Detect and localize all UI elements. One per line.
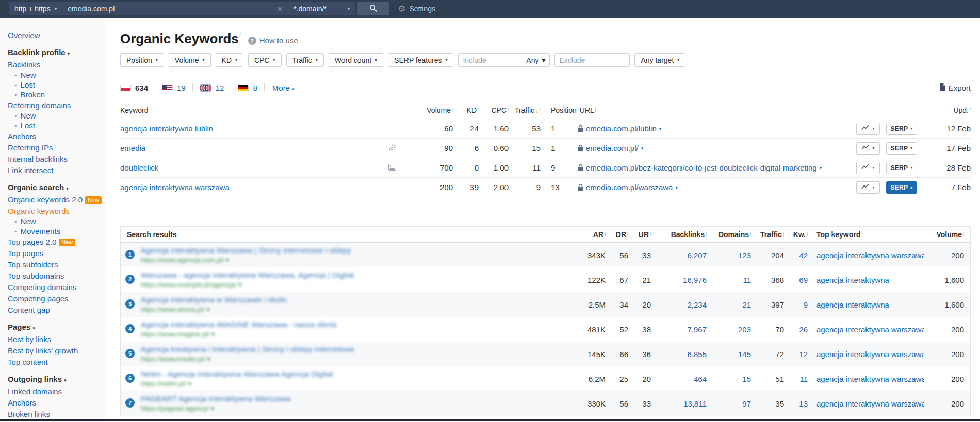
keyword-link[interactable]: doubleclick — [120, 163, 158, 172]
sidebar-item-referring-ips[interactable]: Referring IPs — [0, 142, 105, 154]
country-tab-de[interactable]: 8 — [238, 83, 257, 92]
top-keyword-link[interactable]: agencja interaktywna warszawa — [816, 325, 924, 334]
keywords-count-link[interactable]: 11 — [799, 375, 808, 383]
sidebar-item-anchors[interactable]: Anchors — [0, 397, 105, 409]
domains-link[interactable]: 21 — [742, 300, 751, 309]
col-dr[interactable]: DRi — [606, 230, 628, 239]
how-to-use-link[interactable]: How to use — [259, 36, 298, 45]
sidebar-item-linked-domains[interactable]: Linked domains — [0, 386, 105, 397]
keywords-count-link[interactable]: 69 — [799, 276, 808, 284]
col-cpc[interactable]: CPCi — [479, 106, 509, 114]
col-serp-traffic[interactable]: Traffici — [751, 230, 784, 239]
filter-button-kd[interactable]: KD▾ — [216, 53, 243, 67]
col-ar[interactable]: ARi — [576, 227, 606, 242]
sidebar-subitem-broken[interactable]: •Broken — [0, 90, 105, 100]
more-dropdown[interactable]: More▾ — [272, 83, 295, 92]
top-keyword-link[interactable]: agencja interaktywna warszawa — [816, 350, 924, 359]
country-tab-pl[interactable]: 634 — [120, 83, 148, 92]
filter-button-traffic[interactable]: Traffic▾ — [286, 53, 324, 67]
keywords-count-link[interactable]: 13 — [799, 399, 808, 408]
filter-button-position[interactable]: Position▾ — [120, 53, 164, 67]
filter-button-volume[interactable]: Volume▾ — [169, 53, 211, 67]
scope-dropdown[interactable]: *.domain/* ▾ — [288, 2, 355, 15]
export-button[interactable]: Export — [939, 83, 971, 92]
chevron-down-icon[interactable]: ▾ — [675, 185, 678, 190]
position-history-button[interactable]: ▾ — [856, 162, 880, 174]
col-kw-count[interactable]: Kw.i — [784, 230, 808, 239]
country-tab-us[interactable]: 19 — [162, 83, 186, 92]
search-button[interactable] — [357, 2, 389, 15]
sidebar-item-internal-backlinks[interactable]: Internal backlinks — [0, 154, 105, 165]
col-domains[interactable]: Domainsi — [707, 230, 751, 239]
backlinks-link[interactable]: 6,207 — [687, 251, 707, 260]
keyword-link[interactable]: emedia — [120, 144, 145, 153]
top-keyword-link[interactable]: agencja interaktywna warszawa — [816, 251, 924, 260]
col-top-keyword[interactable]: Top keywordi — [808, 227, 924, 242]
top-keyword-link[interactable]: agencja interaktywna — [816, 276, 889, 284]
url-link[interactable]: emedia.com.pl/ — [586, 144, 639, 153]
col-kd[interactable]: KDi — [453, 106, 479, 114]
col-position[interactable]: Positioni — [541, 106, 579, 114]
keyword-link[interactable]: agencja interaktywna lublin — [120, 124, 213, 133]
col-updated[interactable]: Upd.i — [923, 106, 971, 114]
chevron-down-icon[interactable]: ▾ — [659, 126, 662, 131]
domains-link[interactable]: 145 — [738, 350, 751, 359]
sidebar-heading-outgoing-links[interactable]: Outgoing links▾ — [0, 374, 105, 386]
serp-button[interactable]: SERP▴ — [886, 181, 917, 194]
backlinks-link[interactable]: 6,855 — [687, 350, 707, 359]
sidebar-subitem-movements[interactable]: •Movements — [0, 227, 105, 237]
col-traffic[interactable]: Traffic↓i — [509, 106, 541, 114]
url-link[interactable]: emedia.com.pl/lublin — [586, 124, 657, 133]
clear-icon[interactable]: ✕ — [277, 5, 283, 13]
exclude-input[interactable] — [559, 56, 625, 64]
top-keyword-link[interactable]: agencja interaktywna warszawa — [816, 399, 924, 408]
backlinks-link[interactable]: 16,976 — [683, 276, 707, 284]
sidebar-subitem-new[interactable]: •New — [0, 217, 105, 227]
sidebar-subitem-new[interactable]: •New — [0, 71, 105, 80]
position-history-button[interactable]: ▾ — [856, 181, 880, 194]
domains-link[interactable]: 97 — [742, 399, 751, 408]
serp-button[interactable]: SERP▾ — [886, 123, 917, 135]
domains-link[interactable]: 123 — [738, 251, 751, 260]
domains-link[interactable]: 15 — [742, 375, 751, 383]
sidebar-item-top-content[interactable]: Top content — [0, 357, 105, 368]
settings-button[interactable]: ⚙ Settings — [398, 5, 435, 13]
country-tab-gb[interactable]: 12 — [200, 83, 224, 92]
keywords-count-link[interactable]: 9 — [804, 300, 808, 309]
sidebar-item-top-subfolders[interactable]: Top subfolders — [0, 259, 105, 271]
url-link[interactable]: emedia.com.pl/bez-kategorii/co-to-jest-d… — [586, 163, 817, 172]
sidebar-item-link-intersect[interactable]: Link intersect — [0, 165, 105, 176]
col-ur[interactable]: URi — [628, 230, 651, 239]
backlinks-link[interactable]: 7,967 — [687, 325, 707, 334]
sidebar-item-top-pages[interactable]: Top pages — [0, 248, 105, 259]
sidebar-item-content-gap[interactable]: Content gap — [0, 305, 105, 316]
sidebar-subitem-new[interactable]: •New — [0, 111, 105, 121]
filter-button-word-count[interactable]: Word count▾ — [329, 53, 383, 67]
sidebar-item-backlinks[interactable]: Backlinks — [0, 59, 105, 71]
include-any-dropdown[interactable]: Any▾ — [526, 56, 545, 64]
sidebar-subitem-lost[interactable]: •Lost — [0, 121, 105, 131]
any-target-dropdown[interactable]: Any target▾ — [634, 53, 685, 67]
sidebar-item-competing-domains[interactable]: Competing domains — [0, 282, 105, 293]
keyword-link[interactable]: agencja interaktywna warszawa — [120, 183, 230, 192]
col-url[interactable]: URLi — [579, 106, 856, 114]
sidebar-item-organic-keywords-2-0[interactable]: Organic keywords 2.0New — [0, 194, 105, 206]
top-keyword-link[interactable]: agencja interaktywna — [816, 300, 889, 309]
include-input[interactable] — [463, 56, 526, 64]
sidebar-item-anchors[interactable]: Anchors — [0, 131, 105, 142]
sidebar-heading-pages[interactable]: Pages▾ — [0, 322, 105, 334]
sidebar-heading-backlink-profile[interactable]: Backlink profile▾ — [0, 47, 105, 59]
sidebar-item-best-by-links[interactable]: Best by links — [0, 334, 105, 345]
help-icon[interactable]: ? — [248, 37, 256, 45]
filter-button-serp-features[interactable]: SERP features▾ — [388, 53, 453, 67]
target-input[interactable] — [68, 5, 273, 13]
serp-button[interactable]: SERP▾ — [886, 162, 917, 174]
sidebar-item-broken-links[interactable]: Broken links — [0, 409, 105, 420]
sidebar-subitem-lost[interactable]: •Lost — [0, 80, 105, 90]
keywords-count-link[interactable]: 42 — [799, 251, 808, 260]
col-keyword[interactable]: Keyword — [120, 106, 388, 114]
sidebar-item-referring-domains[interactable]: Referring domains — [0, 100, 105, 111]
domains-link[interactable]: 203 — [738, 325, 751, 334]
backlinks-link[interactable]: 464 — [694, 375, 707, 383]
backlinks-link[interactable]: 2,234 — [687, 300, 707, 309]
